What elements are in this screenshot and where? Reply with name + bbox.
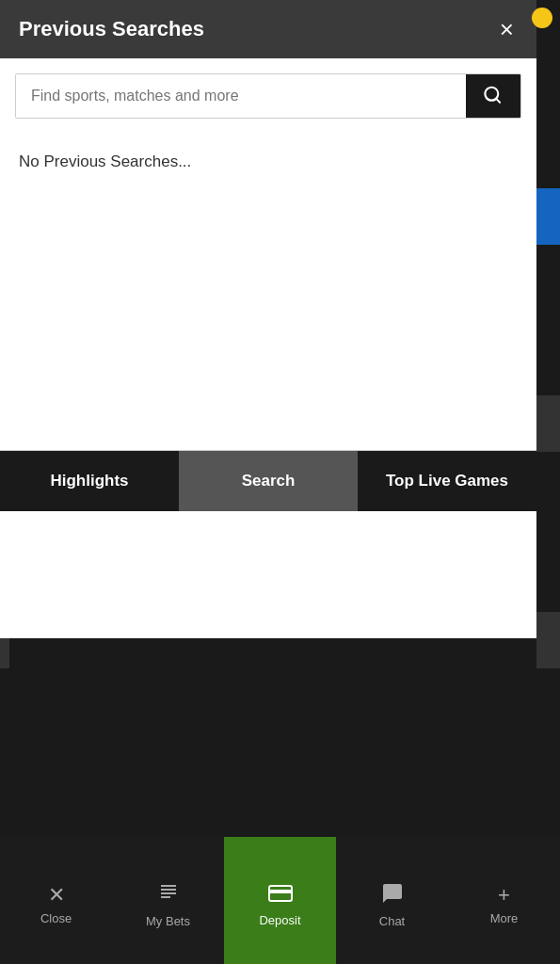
- modal-body: No Previous Searches...: [0, 73, 536, 638]
- search-input[interactable]: [16, 74, 466, 118]
- search-modal: Previous Searches × No Previous Searches…: [0, 0, 536, 638]
- nav-item-my-bets[interactable]: My Bets: [112, 837, 224, 964]
- nav-label-close: Close: [40, 911, 72, 925]
- modal-header: Previous Searches ×: [0, 0, 536, 58]
- modal-tab-bar: Highlights Search Top Live Games: [0, 450, 536, 511]
- nav-label-my-bets: My Bets: [146, 914, 190, 928]
- nav-item-deposit[interactable]: Deposit: [224, 837, 336, 964]
- nav-item-close[interactable]: ✕ Close: [0, 837, 112, 964]
- tab-search[interactable]: Search: [179, 451, 358, 511]
- svg-rect-3: [161, 896, 170, 898]
- chat-nav-icon: [381, 882, 404, 908]
- nav-label-more: More: [490, 911, 519, 925]
- close-nav-icon: ✕: [48, 885, 65, 906]
- svg-rect-0: [161, 885, 176, 887]
- nav-item-chat[interactable]: Chat: [336, 837, 448, 964]
- bottom-nav-bar: ✕ Close My Bets Deposit Chat + More: [0, 837, 560, 964]
- side-accent-bar-2: [536, 395, 560, 452]
- nav-item-more[interactable]: + More: [448, 837, 560, 964]
- svg-rect-1: [161, 889, 176, 891]
- deposit-nav-icon: [268, 883, 293, 908]
- tab-highlights[interactable]: Highlights: [0, 451, 179, 511]
- svg-rect-5: [269, 890, 292, 893]
- side-accent-bar-1: [536, 188, 560, 245]
- more-nav-icon: +: [498, 885, 510, 906]
- search-icon: [483, 86, 504, 106]
- nav-label-deposit: Deposit: [259, 913, 300, 927]
- svg-point-6: [283, 895, 287, 899]
- tab-top-live-games[interactable]: Top Live Games: [358, 451, 536, 511]
- nav-label-chat: Chat: [379, 914, 405, 928]
- modal-close-button[interactable]: ×: [496, 17, 518, 41]
- notification-badge: [532, 8, 552, 28]
- search-submit-button[interactable]: [466, 74, 520, 118]
- no-previous-searches-text: No Previous Searches...: [0, 134, 536, 190]
- svg-rect-2: [161, 892, 176, 894]
- my-bets-nav-icon: [157, 882, 180, 908]
- side-accent-bar-3: [536, 612, 560, 668]
- modal-title: Previous Searches: [19, 17, 204, 41]
- search-bar: [15, 73, 521, 119]
